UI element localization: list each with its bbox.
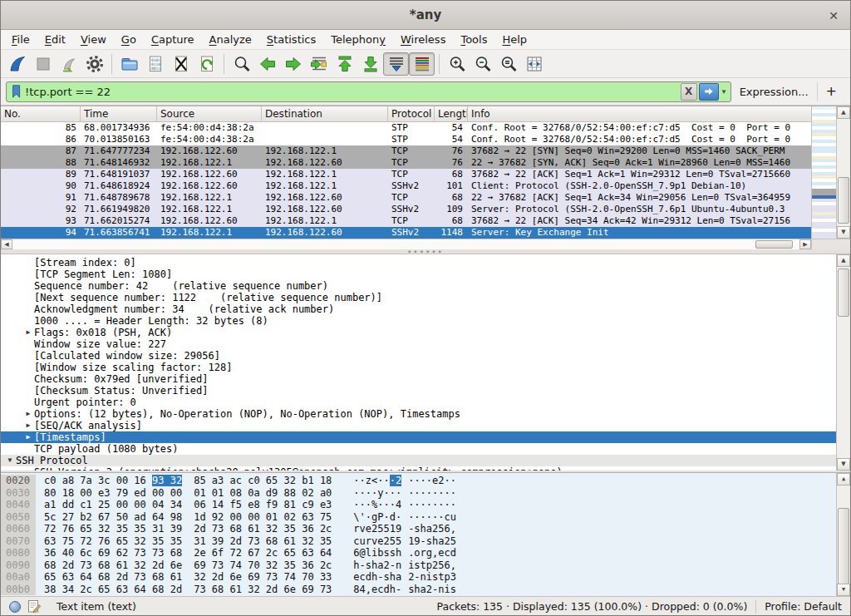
- hex-bytes-2[interactable]: 69 73 74 70 32 35 36 2c: [194, 559, 332, 572]
- display-filter-input[interactable]: [23, 83, 681, 101]
- ascii-2[interactable]: ····e2··: [408, 475, 456, 487]
- menu-analyze[interactable]: Analyze: [202, 31, 259, 48]
- profile-text[interactable]: Profile: Default: [765, 600, 842, 613]
- detail-row[interactable]: Checksum: 0x79ed [unverified]: [1, 373, 850, 385]
- detail-row[interactable]: TCP payload (1080 bytes): [1, 443, 850, 455]
- ascii-1[interactable]: ecdh-sha: [353, 571, 401, 584]
- detail-row[interactable]: ▶Flags: 0x018 (PSH, ACK): [1, 327, 850, 338]
- packet-list-minimap[interactable]: [811, 106, 836, 239]
- filter-bookmark-icon[interactable]: [10, 84, 23, 99]
- hex-row-00a0[interactable]: 00a065 63 64 68 2d 73 68 6132 2d 6e 69 7…: [1, 571, 850, 584]
- filter-apply-button[interactable]: [699, 83, 719, 101]
- hex-bytes-2[interactable]: 31 39 2d 73 68 61 32 35: [194, 535, 332, 548]
- hex-bytes-1[interactable]: 36 40 6c 69 62 73 73 68: [44, 547, 182, 559]
- detail-row[interactable]: [Checksum Status: Unverified]: [1, 385, 850, 397]
- zoom-in-button[interactable]: [444, 52, 470, 76]
- column-header-info[interactable]: Info: [468, 106, 811, 121]
- detail-row[interactable]: Acknowledgment number: 34 (relative ack …: [1, 303, 850, 315]
- hex-row-0080[interactable]: 008036 40 6c 69 62 73 73 682e 6f 72 67 2…: [1, 547, 850, 559]
- menu-tools[interactable]: Tools: [453, 31, 494, 48]
- hex-bytes-1[interactable]: c0 a8 7a 3c 00 16 93 32: [44, 475, 182, 487]
- scrollbar-thumb[interactable]: [838, 508, 849, 584]
- reload-file-button[interactable]: [194, 52, 219, 76]
- zoom-100-button[interactable]: [495, 52, 521, 76]
- detail-row[interactable]: Window size value: 227: [1, 338, 850, 350]
- colorize-button[interactable]: [409, 52, 435, 76]
- filter-history-dropdown[interactable]: ▾: [719, 83, 730, 101]
- menu-statistics[interactable]: Statistics: [259, 31, 323, 48]
- go-forward-button[interactable]: [280, 52, 306, 76]
- start-capture-button[interactable]: [4, 52, 30, 76]
- go-to-packet-button[interactable]: [306, 52, 332, 76]
- open-file-button[interactable]: [116, 52, 142, 76]
- resize-columns-button[interactable]: [521, 52, 547, 76]
- save-file-button[interactable]: 010101100011: [142, 52, 168, 76]
- packet-row-91[interactable]: 9171.648789678192.168.122.1192.168.122.6…: [1, 192, 811, 204]
- menu-view[interactable]: View: [73, 31, 114, 48]
- zoom-out-button[interactable]: [470, 52, 495, 76]
- hex-row-00b0[interactable]: 00b038 34 2c 65 63 64 68 2d73 68 61 32 2…: [1, 584, 850, 596]
- packet-row-90[interactable]: 9071.648618924192.168.122.60192.168.122.…: [1, 180, 811, 192]
- detail-row[interactable]: [TCP Segment Len: 1080]: [1, 269, 850, 280]
- ascii-2[interactable]: istp256,: [408, 559, 456, 572]
- expression-button[interactable]: Expression...: [731, 86, 817, 98]
- detail-row[interactable]: [Stream index: 0]: [1, 257, 850, 269]
- expander-collapsed-icon[interactable]: ▶: [22, 327, 34, 338]
- hex-bytes-1[interactable]: 72 76 65 32 35 35 31 39: [44, 523, 182, 535]
- packet-list-vscrollbar[interactable]: ▲ ▼: [836, 106, 850, 239]
- packet-row-94[interactable]: 9471.663856741192.168.122.1192.168.122.6…: [1, 227, 811, 239]
- column-header-time[interactable]: Time: [81, 106, 157, 121]
- detail-row[interactable]: [Window size scaling factor: 128]: [1, 362, 850, 373]
- detail-row[interactable]: [Calculated window size: 29056]: [1, 350, 850, 362]
- bytes-vscrollbar[interactable]: ▲ ▼: [836, 473, 850, 596]
- menu-wireless[interactable]: Wireless: [393, 31, 453, 48]
- hex-bytes-2[interactable]: 1d 92 00 00 01 02 63 75: [194, 511, 332, 524]
- auto-scroll-button[interactable]: [383, 52, 409, 76]
- go-last-button[interactable]: [357, 52, 383, 76]
- detail-row[interactable]: [Next sequence number: 1122 (relative se…: [1, 292, 850, 303]
- ascii-2[interactable]: ······cu: [408, 511, 456, 524]
- hex-bytes-1[interactable]: 68 2d 73 68 61 32 2d 6e: [44, 559, 182, 572]
- column-header-length[interactable]: Length: [435, 106, 468, 121]
- hex-bytes-2[interactable]: 2d 73 68 61 32 35 36 2c: [194, 523, 332, 535]
- packet-row-89[interactable]: 8971.648191037192.168.122.60192.168.122.…: [1, 169, 811, 180]
- scrollbar-thumb[interactable]: [838, 269, 849, 317]
- packet-row-87[interactable]: 8771.647777234192.168.122.60192.168.122.…: [1, 145, 811, 157]
- expert-info-icon[interactable]: [9, 601, 21, 613]
- capture-options-button[interactable]: [81, 52, 107, 76]
- ascii-2[interactable]: sha2-nis: [408, 584, 456, 596]
- hex-bytes-2[interactable]: 01 01 08 0a d9 88 02 a0: [194, 487, 332, 500]
- hex-bytes-2[interactable]: 73 68 61 32 2d 6e 69 73: [194, 584, 332, 596]
- ascii-1[interactable]: rve25519: [353, 523, 401, 535]
- hex-bytes-2[interactable]: 2e 6f 72 67 2c 65 63 64: [194, 547, 332, 559]
- selected-bytes[interactable]: 93 32: [152, 475, 182, 486]
- detail-vscrollbar[interactable]: ▲ ▼: [836, 254, 850, 471]
- expander-collapsed-icon[interactable]: ▶: [22, 408, 34, 420]
- ascii-1[interactable]: curve255: [353, 535, 401, 548]
- menu-telephony[interactable]: Telephony: [323, 31, 393, 48]
- close-window-button[interactable]: ✕: [824, 7, 843, 25]
- hscroll-thumb[interactable]: [755, 240, 793, 249]
- find-packet-button[interactable]: [229, 52, 254, 76]
- expander-collapsed-icon[interactable]: ▶: [22, 420, 34, 431]
- hex-bytes-1[interactable]: 80 18 00 e3 79 ed 00 00: [44, 487, 182, 500]
- detail-row[interactable]: Sequence number: 42 (relative sequence n…: [1, 280, 850, 292]
- hex-row-0070[interactable]: 007063 75 72 76 65 32 35 3531 39 2d 73 6…: [1, 535, 850, 548]
- add-filter-button[interactable]: +: [817, 82, 845, 101]
- menu-help[interactable]: Help: [494, 31, 534, 48]
- ascii-2[interactable]: ········: [408, 487, 456, 500]
- detail-row[interactable]: Urgent pointer: 0: [1, 397, 850, 408]
- ascii-2[interactable]: 2-nistp3: [408, 571, 456, 584]
- ascii-1[interactable]: ···%···4: [353, 499, 401, 511]
- detail-row[interactable]: ▶SSH Version 2 (encryption:chacha20-poly…: [1, 466, 850, 471]
- ascii-1[interactable]: 6@libssh: [353, 547, 401, 559]
- hex-row-0090[interactable]: 009068 2d 73 68 61 32 2d 6e69 73 74 70 3…: [1, 559, 850, 572]
- hex-row-0040[interactable]: 0040a1 dd c1 25 00 00 04 3406 14 f5 e8 f…: [1, 499, 850, 511]
- column-header-protocol[interactable]: Protocol: [388, 106, 435, 121]
- hex-bytes-1[interactable]: 38 34 2c 65 63 64 68 2d: [44, 584, 182, 596]
- ascii-2[interactable]: .org,ecd: [408, 547, 456, 559]
- expander-collapsed-icon[interactable]: ▶: [22, 466, 34, 471]
- hex-bytes-1[interactable]: 63 75 72 76 65 32 35 35: [44, 535, 182, 548]
- expander-collapsed-icon[interactable]: ▶: [22, 431, 34, 443]
- menu-capture[interactable]: Capture: [144, 31, 202, 48]
